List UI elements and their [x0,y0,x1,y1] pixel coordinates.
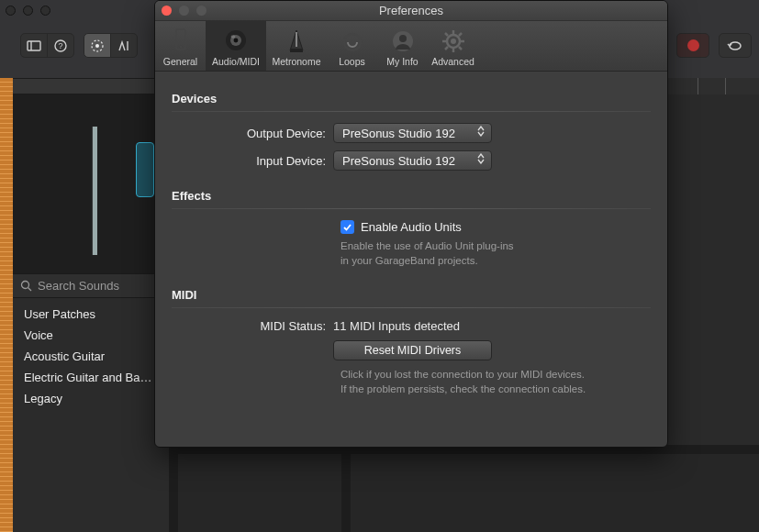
list-item[interactable]: User Patches [13,304,169,325]
quick-help-button[interactable]: ? [47,33,74,58]
traffic-lights [162,6,206,16]
editor-content[interactable] [351,454,759,532]
svg-point-16 [344,34,361,50]
window-titlebar[interactable]: Preferences [155,1,667,21]
list-item[interactable]: Voice [13,325,169,346]
tab-my-info[interactable]: My Info [377,21,428,71]
window-title: Preferences [379,4,443,17]
svg-line-25 [445,33,448,36]
svg-point-6 [22,282,29,289]
enable-audio-units-checkbox[interactable] [340,220,354,234]
svg-point-12 [234,39,239,43]
svg-point-18 [399,35,407,42]
library-button[interactable] [20,33,48,58]
divider [172,307,651,308]
svg-text:?: ? [58,41,62,50]
editor-inspector[interactable] [178,454,341,532]
dim-traffic-dot [40,6,50,16]
dim-traffic-dot [23,6,33,16]
tab-label: Loops [339,56,365,67]
midi-hint: Click if you lost the connection to your… [340,368,651,396]
list-item[interactable]: Electric Guitar and Ba… [13,367,169,388]
input-device-value: PreSonus Studio 192 [342,154,455,168]
editor-area [169,445,759,532]
preferences-body: Devices Output Device: PreSonus Studio 1… [155,72,667,447]
output-device-label: Output Device: [172,127,333,140]
svg-point-13 [231,35,236,39]
dim-traffic-dot [6,6,16,16]
record-icon [687,39,699,51]
person-icon [390,28,416,54]
tab-advanced[interactable]: Advanced [428,21,478,71]
library-search[interactable] [13,273,169,298]
midi-status-label: MIDI Status: [172,319,333,333]
output-device-select[interactable]: PreSonus Studio 192 [333,123,492,143]
section-devices: Devices [172,92,651,105]
svg-point-5 [95,44,99,48]
tab-general[interactable]: General [155,21,206,71]
svg-rect-15 [290,49,303,52]
tab-label: Advanced [431,56,474,67]
enable-audio-units-row[interactable]: Enable Audio Units [340,220,651,234]
svg-line-27 [459,33,462,36]
piano-keys[interactable] [92,127,97,255]
phone-icon [168,27,194,54]
smart-controls-button[interactable] [84,33,111,58]
library-list: User Patches Voice Acoustic Guitar Elect… [13,298,169,532]
divider [172,208,651,209]
section-effects: Effects [172,189,651,203]
ruler-grid [664,78,759,96]
midi-region[interactable] [136,142,154,197]
record-button[interactable] [676,33,709,58]
cycle-button[interactable] [719,33,752,58]
minimize-button[interactable] [179,6,189,16]
app-traffic-lights [6,6,50,16]
effects-hint: Enable the use of Audio Unit plug-ins in… [340,239,651,268]
list-item[interactable]: Legacy [13,388,169,409]
checkmark-icon [342,222,352,232]
reset-midi-drivers-button[interactable]: Reset MIDI Drivers [333,340,492,360]
svg-point-20 [451,39,456,44]
loops-icon [340,28,365,54]
svg-line-26 [459,47,462,50]
gear-icon [441,28,466,54]
search-icon [20,280,32,292]
tab-label: My Info [386,56,418,67]
tab-loops[interactable]: Loops [327,21,377,71]
chevron-updown-icon [474,126,487,137]
midi-status-value: 11 MIDI Inputs detected [333,319,651,333]
svg-point-9 [179,46,182,49]
section-midi: MIDI [172,288,651,302]
input-device-label: Input Device: [172,154,333,168]
svg-line-7 [28,288,32,292]
tab-audio-midi[interactable]: Audio/MIDI [206,21,266,71]
preferences-window: Preferences General Audio/MIDI Metronome… [154,0,668,448]
close-button[interactable] [162,6,172,16]
track-color-strip [0,78,13,532]
metronome-icon [285,27,308,54]
output-device-value: PreSonus Studio 192 [342,127,455,140]
speaker-icon [222,27,250,54]
input-device-select[interactable]: PreSonus Studio 192 [333,150,492,171]
tab-metronome[interactable]: Metronome [266,21,327,71]
chevron-updown-icon [474,153,487,164]
svg-line-28 [445,47,448,50]
tab-label: Metronome [272,56,320,67]
tab-label: General [163,56,197,67]
divider [172,111,651,112]
list-item[interactable]: Acoustic Guitar [13,346,169,367]
tab-label: Audio/MIDI [212,56,260,67]
zoom-button[interactable] [196,6,206,16]
enable-audio-units-label: Enable Audio Units [361,220,462,234]
editors-button[interactable] [110,33,138,58]
preferences-toolbar: General Audio/MIDI Metronome Loops My In… [155,21,667,72]
svg-rect-0 [28,41,40,50]
